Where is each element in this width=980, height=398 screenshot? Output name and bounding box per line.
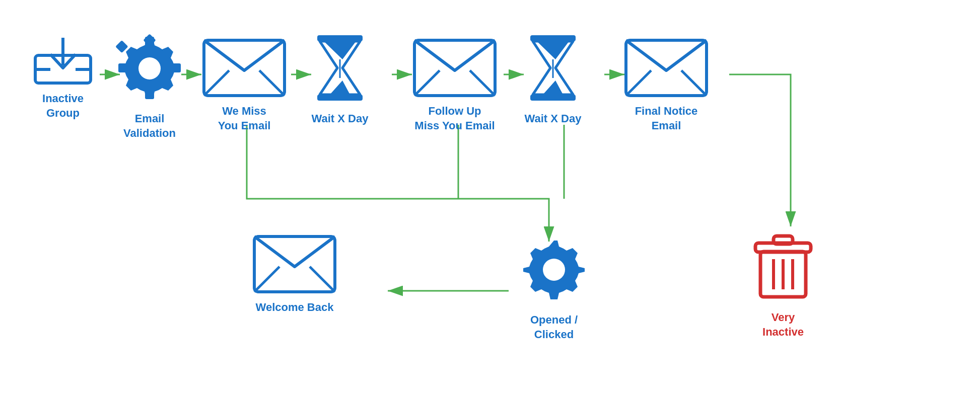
svg-line-33 [626, 70, 651, 96]
node-welcome-back-label: Welcome Back [256, 300, 334, 315]
envelope-icon-welcome-back [252, 229, 337, 294]
svg-line-28 [470, 70, 495, 96]
svg-line-37 [254, 267, 279, 292]
node-follow-up: Follow UpMiss You Email [412, 33, 498, 133]
hourglass-icon-1 [310, 30, 370, 106]
envelope-icon-follow-up [412, 33, 498, 98]
trash-icon [750, 229, 816, 304]
node-very-inactive: VeryInactive [750, 229, 816, 339]
svg-point-35 [543, 259, 565, 281]
svg-point-19 [138, 57, 161, 79]
node-opened-clicked: Opened / Clicked [514, 231, 594, 342]
node-wait-2: Wait X Day [523, 30, 583, 126]
node-wait-1: Wait X Day [310, 30, 370, 126]
envelope-icon-we-miss-you [201, 33, 287, 98]
node-opened-clicked-label: Opened / Clicked [514, 313, 594, 342]
gear-icon-validation [112, 30, 187, 106]
svg-line-38 [310, 267, 335, 292]
svg-rect-18 [115, 40, 128, 53]
tray-icon [30, 35, 96, 86]
gear-icon-opened-clicked [516, 231, 592, 307]
node-very-inactive-label: VeryInactive [762, 310, 804, 339]
svg-line-27 [414, 70, 440, 96]
svg-line-21 [204, 70, 229, 96]
node-email-validation: EmailValidation [112, 30, 187, 140]
svg-rect-41 [774, 236, 793, 244]
node-final-notice: Final NoticeEmail [623, 33, 709, 133]
node-wait-2-label: Wait X Day [525, 112, 582, 126]
hourglass-icon-2 [523, 30, 583, 106]
node-final-notice-label: Final NoticeEmail [635, 104, 698, 133]
envelope-icon-final-notice [623, 33, 709, 98]
node-wait-1-label: Wait X Day [312, 112, 369, 126]
node-welcome-back: Welcome Back [252, 229, 337, 315]
node-we-miss-you-label: We MissYou Email [218, 104, 271, 133]
node-inactive-group-label: InactiveGroup [42, 92, 84, 120]
node-we-miss-you: We MissYou Email [201, 33, 287, 133]
node-email-validation-label: EmailValidation [123, 112, 176, 140]
svg-line-22 [259, 70, 285, 96]
svg-line-34 [681, 70, 707, 96]
workflow-diagram: InactiveGroup [0, 0, 980, 398]
node-inactive-group: InactiveGroup [30, 35, 96, 120]
node-follow-up-label: Follow UpMiss You Email [414, 104, 495, 133]
